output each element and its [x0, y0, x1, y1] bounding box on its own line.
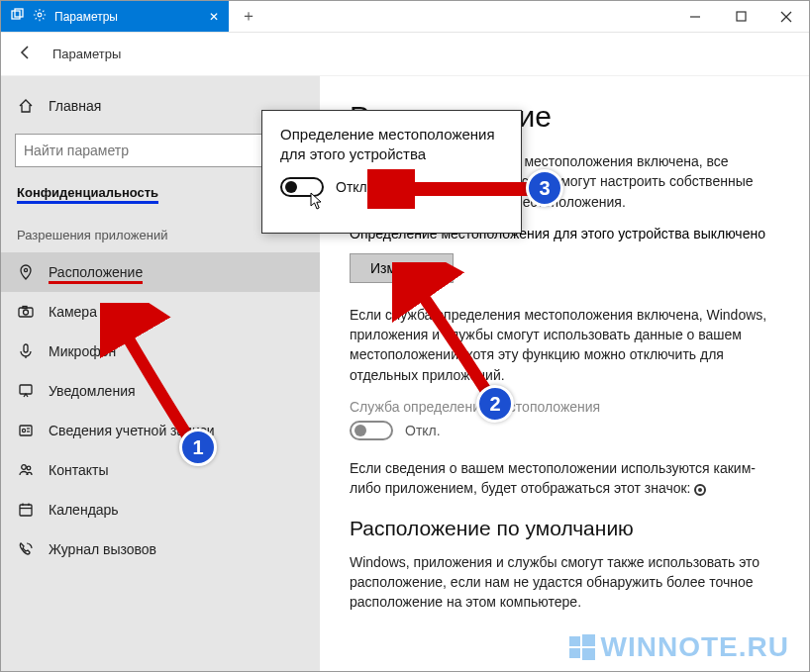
sidebar-item-label: Журнал вызовов: [49, 541, 156, 557]
minimize-button[interactable]: [672, 1, 718, 32]
svg-rect-26: [582, 634, 595, 646]
mic-icon: [17, 343, 35, 359]
svg-point-2: [38, 13, 42, 17]
svg-rect-25: [569, 636, 580, 646]
search-field[interactable]: [24, 143, 281, 158]
sidebar-item-label: Камера: [49, 304, 97, 320]
sidebar-home-label: Главная: [49, 98, 101, 114]
svg-rect-4: [737, 12, 746, 21]
cursor-icon: [310, 192, 326, 213]
sidebar-item-calendar[interactable]: Календарь: [1, 490, 320, 529]
toggle-switch-icon: [350, 421, 393, 440]
svg-point-9: [24, 268, 27, 271]
tab-close-icon[interactable]: ✕: [209, 10, 219, 24]
svg-point-16: [22, 429, 25, 432]
titlebar: Параметры ✕ ＋: [1, 1, 809, 33]
close-button[interactable]: [763, 1, 809, 32]
notif-icon: [17, 383, 35, 399]
page-breadcrumb: Параметры: [52, 47, 121, 61]
browser-tab[interactable]: Параметры ✕: [1, 1, 229, 32]
camera-icon: [17, 304, 35, 320]
multitask-icon: [11, 8, 25, 25]
svg-point-19: [22, 465, 27, 470]
sidebar-item-label: Расположение: [49, 264, 143, 280]
default-location-paragraph: Windows, приложения и службы смогут такж…: [350, 552, 779, 613]
calendar-icon: [17, 502, 35, 518]
annotation-badge-1: 1: [179, 429, 217, 466]
gear-icon: [33, 8, 47, 25]
contacts-icon: [17, 462, 35, 478]
popup-title: Определение местоположения для этого уст…: [280, 125, 503, 163]
maximize-button[interactable]: [718, 1, 763, 32]
svg-rect-1: [15, 9, 23, 17]
tab-title: Параметры: [54, 10, 118, 24]
sidebar-item-calls[interactable]: Журнал вызовов: [1, 529, 320, 569]
home-icon: [17, 98, 35, 114]
svg-point-20: [27, 466, 31, 470]
location-indicator-icon: [694, 484, 706, 496]
window-controls: [672, 1, 809, 32]
annotation-arrow-3: [367, 169, 546, 209]
svg-point-11: [24, 310, 29, 315]
service-toggle[interactable]: Откл.: [350, 421, 779, 440]
svg-rect-21: [20, 505, 32, 516]
new-tab-button[interactable]: ＋: [229, 1, 268, 32]
svg-rect-14: [20, 385, 32, 394]
location-icon: [17, 264, 35, 280]
calls-icon: [17, 541, 35, 557]
sidebar-item-label: Контакты: [49, 462, 108, 478]
svg-rect-28: [582, 648, 595, 660]
svg-rect-27: [569, 648, 580, 658]
sidebar-item-label: Календарь: [49, 502, 119, 518]
header-toolbar: Параметры: [1, 33, 809, 76]
svg-rect-13: [24, 344, 28, 352]
annotation-badge-3: 3: [526, 169, 563, 207]
back-button[interactable]: [17, 44, 35, 65]
service-toggle-state: Откл.: [405, 423, 441, 438]
sidebar-item-location[interactable]: Расположение: [1, 252, 320, 292]
icon-usage-paragraph: Если сведения о вашем местоположении исп…: [350, 458, 779, 499]
annotation-badge-2: 2: [476, 385, 514, 423]
popup-toggle-state: Откл.: [336, 179, 371, 195]
watermark: WINNOTE.RU: [569, 631, 789, 663]
svg-rect-0: [12, 11, 20, 19]
windows-logo-icon: [569, 634, 595, 660]
account-icon: [17, 423, 35, 438]
default-location-heading: Расположение по умолчанию: [350, 517, 779, 540]
